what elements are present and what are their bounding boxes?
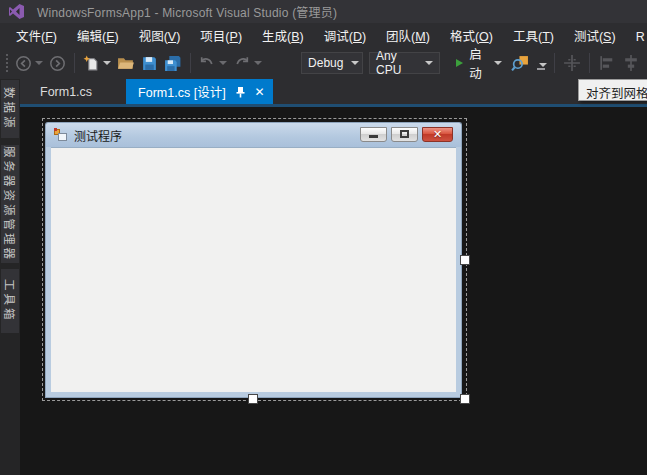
standard-toolbar: Debug Any CPU 启动 [0, 47, 647, 79]
layout-toolbar [549, 52, 643, 74]
form-window-controls: ✕ [360, 127, 453, 142]
menu-item-file[interactable]: 文件(F) [6, 23, 67, 48]
menu-item-tools[interactable]: 工具(T) [503, 23, 564, 48]
solution-platform-dropdown[interactable]: Any CPU [369, 52, 440, 74]
menu-item-r-tools[interactable]: R 工具 [626, 23, 647, 48]
chevron-down-icon [351, 61, 359, 65]
resize-handle-bottom-right[interactable] [461, 395, 469, 403]
chevron-down-icon [254, 61, 262, 65]
visual-studio-window: WindowsFormsApp1 - Microsoft Visual Stud… [0, 0, 647, 475]
forms-designer-surface[interactable]: 测试程序 ✕ [20, 107, 647, 475]
save-all-icon [164, 55, 182, 72]
sidebar-item-server-explorer[interactable]: 服务器资源管理器 [1, 145, 19, 263]
menu-item-project[interactable]: 项目(P) [190, 23, 252, 48]
tab-form1-designer[interactable]: Form1.cs [设计] ✕ [126, 79, 273, 104]
menu-item-debug[interactable]: 调试(D) [314, 23, 376, 48]
redo-icon [233, 55, 251, 72]
navigate-backward-button[interactable] [13, 53, 45, 74]
toolbar-options-button[interactable] [536, 63, 547, 70]
save-icon [141, 55, 158, 72]
menu-item-test[interactable]: 测试(S) [564, 23, 626, 48]
menu-item-build[interactable]: 生成(B) [252, 23, 314, 48]
tab-form1-code[interactable]: Form1.cs [28, 79, 104, 104]
play-icon [455, 56, 464, 70]
tab-label: Form1.cs [40, 85, 92, 99]
resize-handle-right[interactable] [461, 256, 469, 264]
toolbar-separator [74, 53, 75, 73]
save-button[interactable] [139, 53, 160, 74]
left-tool-tabs: 数据源 服务器资源管理器 工具箱 [0, 79, 20, 475]
solution-platform-value: Any CPU [376, 49, 417, 77]
tab-label: Form1.cs [设计] [138, 82, 226, 101]
solution-configuration-dropdown[interactable]: Debug [301, 52, 363, 74]
align-lefts-icon [598, 54, 616, 72]
menu-bar: 文件(F) 编辑(E) 视图(V) 项目(P) 生成(B) 调试(D) 团队(M… [0, 23, 647, 47]
open-folder-icon [117, 55, 135, 72]
snap-to-grid-icon [563, 54, 581, 72]
form-minimize-button[interactable] [360, 127, 387, 142]
menu-item-team[interactable]: 团队(M) [376, 23, 440, 48]
sidebar-item-label: 数据源 [2, 87, 18, 131]
save-all-button[interactable] [162, 53, 184, 74]
pin-button[interactable] [235, 86, 246, 98]
menu-item-edit[interactable]: 编辑(E) [67, 23, 129, 48]
chevron-down-icon [494, 61, 502, 65]
undo-icon [198, 55, 216, 72]
form-title-bar[interactable]: 测试程序 ✕ [45, 122, 462, 147]
find-in-files-button[interactable] [509, 53, 531, 74]
close-tab-button[interactable]: ✕ [255, 85, 265, 99]
chevron-down-icon [103, 61, 111, 65]
chevron-down-icon [35, 61, 43, 65]
forward-icon [49, 55, 66, 72]
chevron-down-icon [425, 61, 433, 65]
align-lefts-button[interactable] [596, 52, 618, 74]
overflow-chevron-icon [539, 63, 547, 67]
redo-button[interactable] [231, 53, 264, 74]
find-icon [511, 55, 529, 72]
open-file-button[interactable] [115, 53, 137, 74]
form-client-area[interactable] [51, 147, 456, 392]
tooltip-text: 对齐到网格 [586, 87, 647, 101]
solution-configuration-value: Debug [308, 56, 343, 70]
start-label: 启动 [469, 44, 486, 82]
designed-form[interactable]: 测试程序 ✕ [45, 122, 462, 398]
form-maximize-button[interactable] [391, 127, 418, 142]
maximize-icon [400, 130, 409, 138]
pin-icon [235, 86, 246, 98]
close-icon: ✕ [255, 85, 265, 99]
title-bar: WindowsFormsApp1 - Microsoft Visual Stud… [0, 0, 647, 23]
snap-to-grid-button[interactable] [561, 52, 583, 74]
sidebar-item-label: 工具箱 [2, 279, 18, 323]
window-title: WindowsFormsApp1 - Microsoft Visual Stud… [37, 3, 337, 20]
new-project-button[interactable] [81, 53, 113, 74]
new-file-icon [83, 55, 100, 72]
sidebar-item-toolbox[interactable]: 工具箱 [1, 269, 19, 333]
navigate-forward-button[interactable] [47, 53, 68, 74]
undo-button[interactable] [196, 53, 229, 74]
sidebar-item-data-sources[interactable]: 数据源 [1, 80, 19, 138]
visual-studio-logo-icon [8, 3, 25, 20]
chevron-down-icon [219, 61, 227, 65]
toolbar-drag-grip[interactable] [5, 53, 8, 73]
form-title: 测试程序 [74, 127, 122, 144]
resize-handle-bottom[interactable] [249, 395, 257, 403]
toolbar-separator [190, 53, 191, 73]
form-close-button[interactable]: ✕ [422, 127, 453, 142]
align-centers-button[interactable] [620, 52, 642, 74]
minimize-icon [369, 135, 378, 138]
back-icon [15, 55, 32, 72]
menu-item-view[interactable]: 视图(V) [129, 23, 191, 48]
toolbar-separator [589, 53, 590, 73]
sidebar-item-label: 服务器资源管理器 [2, 146, 18, 262]
snap-to-grid-tooltip: 对齐到网格 [578, 79, 647, 101]
toolbar-separator [554, 53, 555, 73]
overflow-bar-icon [537, 68, 545, 70]
close-icon: ✕ [433, 129, 442, 140]
document-tab-well: Form1.cs Form1.cs [设计] ✕ [20, 79, 647, 104]
form-frame [45, 147, 462, 398]
form-icon [54, 128, 68, 142]
align-centers-icon [622, 54, 640, 72]
